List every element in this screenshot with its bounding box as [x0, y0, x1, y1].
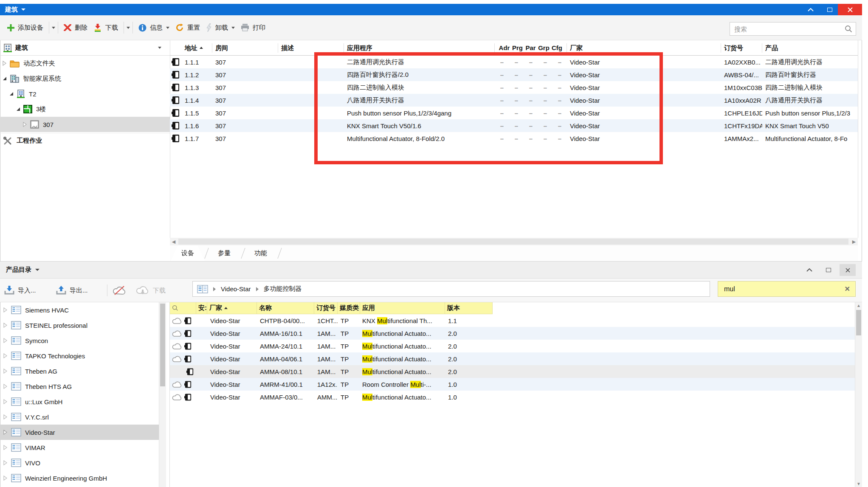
collapse-button[interactable]	[802, 4, 820, 15]
manufacturer-scrollbar[interactable]	[159, 302, 166, 487]
add-device-dropdown-icon[interactable]	[52, 27, 55, 29]
manufacturer-item[interactable]: Siemens HVAC	[0, 302, 159, 318]
expander-collapsed-icon	[3, 460, 7, 465]
manufacturer-item[interactable]: Symcon	[0, 333, 159, 348]
delete-button[interactable]: 删除	[61, 20, 90, 36]
device-row[interactable]: 1.1.5 307 Push button sensor Plus,1/2/3/…	[170, 107, 858, 119]
scroll-up-icon[interactable]: ▲	[855, 302, 862, 309]
breadcrumb-manufacturer[interactable]: Video-Star	[221, 285, 251, 293]
manufacturer-item[interactable]: STEINEL professional	[0, 318, 159, 333]
device-row[interactable]: 1.1.2 307 四路百叶窗执行器/2.0 ––––– Video-Star …	[170, 68, 858, 81]
tree-filter-dropdown-icon[interactable]	[158, 47, 161, 49]
catalog-row[interactable]: Video-Star AMMA-24/10.1 1AM... TP Multif…	[170, 340, 855, 352]
tree-item-smart-home-system[interactable]: 智能家居系统	[0, 71, 170, 86]
device-icon	[172, 70, 180, 79]
expander-expanded-icon[interactable]	[3, 76, 7, 81]
add-device-button[interactable]: 添加设备	[4, 20, 46, 36]
info-button[interactable]: 信息	[135, 20, 172, 36]
catalog-scrollbar[interactable]: ▲ ▼	[855, 302, 862, 487]
sort-asc-icon	[224, 307, 228, 309]
column-application[interactable]: 应用程序	[344, 43, 495, 53]
column-order-no[interactable]: 订货号	[721, 43, 762, 53]
tab-devices[interactable]: 设备	[171, 245, 205, 261]
manufacturer-item[interactable]: Theben HTS AG	[0, 379, 159, 394]
device-row[interactable]: 1.1.3 307 四路二进制输入模块 ––––– Video-Star 1M1…	[170, 81, 858, 94]
catalog-menu-caret-icon[interactable]	[35, 269, 39, 271]
tree-item-project-tasks[interactable]: 工程作业	[0, 133, 170, 148]
manufacturer-item[interactable]: Weinzierl Engineering GmbH	[0, 470, 159, 486]
column-address[interactable]: 地址	[182, 43, 212, 53]
device-row[interactable]: 1.1.7 307 Multifunctional Actuator, 8-Fo…	[170, 132, 858, 145]
column-description[interactable]: 描述	[278, 43, 344, 53]
catalog-search-input[interactable]	[718, 285, 840, 293]
import-button[interactable]: 导入...	[4, 279, 36, 302]
scroll-left-icon[interactable]: ◀	[170, 239, 178, 245]
column-filter[interactable]	[170, 302, 196, 314]
reset-button[interactable]: 重置	[172, 20, 203, 36]
catalog-close-button[interactable]	[840, 264, 856, 276]
scroll-right-icon[interactable]: ▶	[850, 239, 858, 245]
tree-item-t2[interactable]: T2	[0, 86, 170, 101]
column-manufacturer[interactable]: 厂家	[207, 302, 257, 314]
catalog-download-button[interactable]: 下载	[136, 279, 166, 302]
column-name[interactable]: 名称	[257, 302, 314, 314]
manufacturer-item[interactable]: u::Lux GmbH	[0, 394, 159, 409]
expander-expanded-icon[interactable]	[16, 107, 20, 111]
column-product[interactable]: 产品	[762, 43, 858, 53]
catalog-row[interactable]: Video-Star AMMA-16/10.1 1AM... TP Multif…	[170, 327, 855, 340]
device-row[interactable]: 1.1.1 307 二路通用调光执行器 ––––– Video-Star 1A0…	[170, 56, 858, 68]
device-row[interactable]: 1.1.6 307 KNX Smart Touch V50/1.6 ––––– …	[170, 119, 858, 132]
manufacturer-item[interactable]: TAPKO Technologies	[0, 348, 159, 363]
column-secure[interactable]: 安:	[196, 302, 207, 314]
column-manufacturer[interactable]: 厂家	[567, 43, 721, 53]
column-room[interactable]: 房间	[212, 43, 278, 53]
expander-collapsed-icon	[3, 338, 7, 343]
catalog-collapse-button[interactable]	[802, 264, 817, 276]
search-input[interactable]	[730, 25, 845, 33]
scrollbar-thumb[interactable]	[178, 239, 848, 245]
column-medium[interactable]: 媒质类	[338, 302, 360, 314]
column-version[interactable]: 版本	[445, 302, 493, 314]
manufacturer-item[interactable]: VIVO	[0, 455, 159, 470]
tree-item-room-307[interactable]: 307	[0, 117, 170, 132]
manufacturer-item[interactable]: V.Y.C.srl	[0, 409, 159, 425]
panel-menu-caret-icon[interactable]	[21, 8, 25, 11]
column-order-no[interactable]: 订货号	[314, 302, 338, 314]
device-row[interactable]: 1.1.4 307 八路通用开关执行器 ––––– Video-Star 1A1…	[170, 94, 858, 107]
info-dropdown-icon[interactable]	[166, 27, 169, 29]
expander-expanded-icon[interactable]	[9, 92, 14, 96]
clear-search-icon[interactable]: ✕	[840, 285, 855, 293]
catalog-book-icon[interactable]	[197, 284, 208, 294]
manufacturer-item[interactable]: Theben AG	[0, 363, 159, 379]
manufacturer-item-selected[interactable]: Video-Star	[0, 425, 159, 440]
expander-collapsed-icon[interactable]	[23, 122, 27, 127]
column-flags[interactable]: Adr Prg Par Grp Cfg	[495, 43, 567, 53]
tab-functions[interactable]: 功能	[244, 245, 278, 261]
catalog-row[interactable]: Video-Star AMMAF-03/0... AMM... TP Multi…	[170, 391, 855, 403]
scrollbar-thumb[interactable]	[856, 310, 861, 335]
scroll-down-icon[interactable]: ▼	[855, 481, 862, 486]
catalog-row[interactable]: Video-Star AMRM-41/00.1 1A12x... TP Room…	[170, 378, 855, 391]
unload-dropdown-icon[interactable]	[231, 27, 235, 29]
download-dropdown-icon[interactable]	[127, 27, 130, 29]
breadcrumb-category[interactable]: 多功能控制器	[264, 285, 302, 293]
unload-button[interactable]: 卸载	[203, 20, 238, 36]
catalog-row[interactable]: Video-Star CHTPB-04/00... 1CHT... TP KNX…	[170, 314, 855, 327]
tree-item-floor-3[interactable]: 3楼	[0, 101, 170, 117]
maximize-button[interactable]	[822, 4, 838, 15]
tab-parameters[interactable]: 参量	[207, 245, 241, 261]
horizontal-scrollbar[interactable]: ◀ ▶	[170, 238, 858, 245]
catalog-maximize-button[interactable]	[821, 264, 836, 276]
catalog-row-selected[interactable]: Video-Star AMMA-08/10.1 1AM... TP Multif…	[170, 365, 855, 378]
column-application[interactable]: 应用	[360, 302, 445, 314]
catalog-row[interactable]: Video-Star AMMA-04/06.1 1AM... TP Multif…	[170, 352, 855, 365]
download-button[interactable]: 下载	[90, 20, 121, 36]
tree-item-dynamic-folders[interactable]: 动态文件夹	[0, 56, 170, 71]
export-button[interactable]: 导出...	[56, 279, 88, 302]
expander-collapsed-icon[interactable]	[3, 61, 6, 66]
scrollbar-thumb[interactable]	[160, 304, 165, 386]
close-button[interactable]	[838, 4, 862, 15]
print-button[interactable]: 打印	[238, 20, 268, 36]
manufacturer-item[interactable]: VIMAR	[0, 440, 159, 455]
offline-mode-button[interactable]	[112, 279, 127, 302]
